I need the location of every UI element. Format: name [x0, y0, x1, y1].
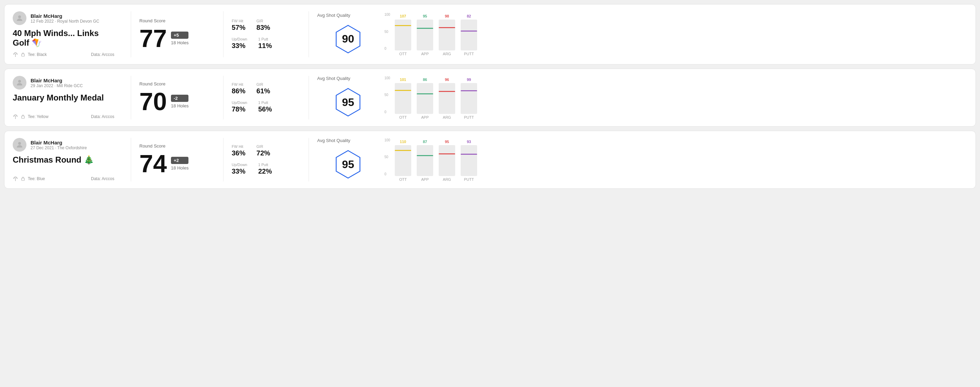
stats-row-top: FW Hit 57% GIR 83% — [232, 19, 300, 32]
fw-hit-stat: FW Hit 86% — [232, 82, 245, 95]
oneputt-value: 11% — [258, 42, 272, 50]
round-title: January Monthly Medal — [13, 93, 114, 103]
bar-background — [439, 83, 455, 114]
bar-background — [417, 83, 433, 114]
score-meta: +5 18 Holes — [171, 32, 188, 45]
user-info: Blair McHarg 27 Dec 2021 · The Oxfordshi… — [13, 138, 114, 152]
bag-icon — [20, 176, 26, 181]
hexagon-container: 95 — [331, 147, 365, 181]
x-label-ott: OTT — [395, 178, 411, 181]
score-number: 70 — [139, 89, 167, 114]
data-source: Data: Arccos — [91, 114, 114, 119]
hex-score: 90 — [342, 33, 354, 45]
chart-inner: 100 50 0 101 86 96 — [385, 76, 967, 119]
svg-rect-7 — [22, 116, 24, 118]
updown-value: 33% — [232, 42, 247, 50]
y-label-50: 50 — [385, 30, 390, 33]
updown-stat: Up/Down 78% — [232, 100, 247, 113]
y-label-0: 0 — [385, 110, 390, 114]
y-label-0: 0 — [385, 172, 390, 176]
avatar — [13, 11, 26, 25]
gir-stat: GIR 61% — [256, 82, 270, 95]
score-badge: -2 — [171, 95, 188, 102]
svg-point-9 — [15, 178, 16, 179]
hexagon-container: 90 — [331, 22, 365, 56]
user-info: Blair McHarg 12 Feb 2022 · Royal North D… — [13, 11, 114, 25]
score-display: 70 -2 18 Holes — [139, 89, 215, 114]
chart-inner: 100 50 0 107 95 98 — [385, 13, 967, 56]
updown-label: Up/Down — [232, 100, 247, 105]
bar-line — [461, 90, 477, 91]
bar-background — [417, 145, 433, 176]
y-label-100: 100 — [385, 13, 390, 16]
tee-info: Tee: Black — [13, 52, 47, 57]
x-label-app: APP — [417, 115, 433, 119]
tee-label: Tee: Black — [28, 52, 47, 57]
y-label-0: 0 — [385, 47, 390, 51]
chart-inner: 100 50 0 110 87 95 — [385, 138, 967, 181]
score-badge: +5 — [171, 32, 188, 39]
updown-label: Up/Down — [232, 37, 247, 41]
fw-hit-value: 86% — [232, 87, 245, 95]
divider — [131, 11, 131, 57]
bar-col-arg: 95 — [439, 145, 455, 176]
round-score-label: Round Score — [139, 81, 215, 86]
score-display: 74 +2 18 Holes — [139, 151, 215, 176]
svg-point-0 — [18, 16, 21, 18]
user-details: Blair McHarg 12 Feb 2022 · Royal North D… — [30, 13, 99, 24]
x-label-ott: OTT — [395, 115, 411, 119]
updown-stat: Up/Down 33% — [232, 37, 247, 50]
bar-value-arg: 95 — [445, 140, 449, 144]
bar-value-ott: 101 — [400, 78, 406, 82]
fw-hit-value: 57% — [232, 24, 245, 32]
user-info: Blair McHarg 29 Jan 2022 · Mill Ride GCC — [13, 76, 114, 90]
bar-col-arg: 98 — [439, 19, 455, 51]
stats-section: FW Hit 57% GIR 83% Up/Down 33% 1 Putt 11… — [232, 11, 300, 57]
round-left-section: Blair McHarg 12 Feb 2022 · Royal North D… — [13, 11, 123, 57]
bag-icon — [20, 114, 26, 119]
bar-value-app: 86 — [423, 78, 427, 82]
stats-row-bottom: Up/Down 33% 1 Putt 11% — [232, 37, 300, 50]
bar-background — [395, 145, 411, 176]
divider — [223, 76, 223, 119]
updown-value: 33% — [232, 167, 247, 175]
bars-container: 100 50 0 110 87 95 — [385, 138, 967, 176]
divider — [223, 138, 223, 181]
tee-info: Tee: Yellow — [13, 114, 48, 119]
avg-shot-quality-label: Avg Shot Quality — [317, 138, 350, 143]
score-section: Round Score 77 +5 18 Holes — [139, 11, 215, 57]
y-label-50: 50 — [385, 93, 390, 97]
divider — [309, 138, 309, 181]
round-card: Blair McHarg 29 Jan 2022 · Mill Ride GCC… — [4, 68, 976, 127]
bar-value-app: 87 — [423, 140, 427, 144]
hex-score: 95 — [342, 158, 354, 171]
quality-section: Avg Shot Quality 95 — [317, 76, 379, 119]
score-badge: +2 — [171, 157, 188, 164]
oneputt-stat: 1 Putt 56% — [258, 100, 272, 113]
bar-line — [439, 27, 455, 28]
user-name: Blair McHarg — [30, 78, 83, 83]
bottom-info: Tee: Yellow Data: Arccos — [13, 114, 114, 119]
bar-line — [417, 93, 433, 94]
avatar — [13, 138, 26, 152]
score-section: Round Score 70 -2 18 Holes — [139, 76, 215, 119]
stats-section: FW Hit 86% GIR 61% Up/Down 78% 1 Putt 56… — [232, 76, 300, 119]
fw-hit-label: FW Hit — [232, 82, 245, 86]
x-labels: OTTAPPARGPUTT — [385, 178, 967, 181]
data-source: Data: Arccos — [91, 176, 114, 181]
oneputt-value: 22% — [258, 167, 272, 175]
quality-section: Avg Shot Quality 90 — [317, 11, 379, 57]
svg-point-1 — [15, 54, 16, 55]
bar-background — [461, 19, 477, 51]
score-number: 77 — [139, 26, 167, 51]
y-labels: 100 50 0 — [385, 138, 390, 176]
svg-point-4 — [18, 80, 21, 82]
date-course: 12 Feb 2022 · Royal North Devon GC — [30, 19, 99, 24]
x-label-arg: ARG — [439, 52, 455, 56]
svg-rect-11 — [22, 178, 24, 181]
bar-background — [461, 83, 477, 114]
bar-line — [395, 90, 411, 91]
round-left-section: Blair McHarg 27 Dec 2021 · The Oxfordshi… — [13, 138, 123, 181]
bar-value-arg: 98 — [445, 14, 449, 18]
stats-row-bottom: Up/Down 33% 1 Putt 22% — [232, 163, 300, 175]
